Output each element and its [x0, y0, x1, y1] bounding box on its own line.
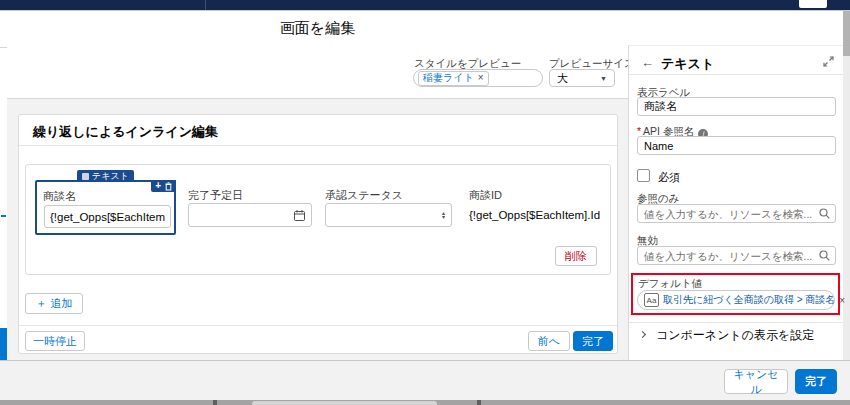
expand-icon[interactable]: [823, 56, 834, 67]
add-row-button[interactable]: ＋ 追加: [25, 293, 83, 314]
component-toolbar: +: [151, 180, 176, 192]
default-value-pill[interactable]: Aa 取引先に紐づく全商談の取得 > 商談名 ×: [637, 290, 835, 310]
opportunity-id-value: {!get_Opps[$EachItem].Id: [469, 209, 600, 221]
search-icon: [819, 208, 830, 219]
cancel-button[interactable]: キャンセル: [724, 369, 788, 394]
calendar-icon[interactable]: [294, 210, 305, 221]
default-value-highlight: デフォルト値 Aa 取引先に紐づく全商談の取得 > 商談名 ×: [631, 273, 840, 315]
previous-button[interactable]: 前へ: [528, 331, 570, 351]
picklist-stepper-icon[interactable]: ▴▾: [442, 211, 445, 219]
delete-row-button[interactable]: 削除: [555, 246, 597, 266]
default-value-resource-link[interactable]: 取引先に紐づく全商談の取得 > 商談名: [663, 293, 835, 307]
display-label-input[interactable]: [637, 97, 836, 116]
app-top-bar: [0, 0, 850, 11]
screen-editor-modal: 画面を編集 スタイルをプレビュー 稲妻ライト × プレビューサイズ 大 ▼ 繰り…: [0, 0, 850, 405]
field-label: 承認ステータス: [325, 188, 403, 203]
edit-screen-modal: 画面を編集 スタイルをプレビュー 稲妻ライト × プレビューサイズ 大 ▼ 繰り…: [7, 11, 843, 360]
search-icon: [819, 250, 830, 261]
style-chip-remove-icon[interactable]: ×: [478, 73, 484, 83]
chevron-right-icon[interactable]: [639, 331, 646, 338]
divider: [629, 322, 843, 323]
approval-status-select[interactable]: ▴▾: [325, 203, 452, 227]
divider: [19, 145, 617, 146]
section-heading: 繰り返しによるインライン編集: [33, 123, 218, 141]
default-value-label: デフォルト値: [638, 277, 702, 291]
screen-preview-canvas: 繰り返しによるインライン編集 テキスト +: [7, 98, 628, 360]
pause-button[interactable]: 一時停止: [25, 331, 85, 351]
divider: [19, 325, 617, 326]
chevron-down-icon: ▼: [600, 75, 607, 82]
divider: [629, 74, 843, 75]
preview-size-select[interactable]: 大 ▼: [549, 69, 615, 87]
modal-title: 画面を編集: [7, 19, 628, 38]
background-page-left-edge: [0, 11, 7, 360]
screen-component-card[interactable]: 繰り返しによるインライン編集 テキスト +: [18, 114, 618, 354]
disabled-resource-picker: [637, 246, 836, 265]
screen-finish-button[interactable]: 完了: [573, 331, 613, 351]
selected-text-component[interactable]: テキスト + 商談名: [35, 180, 176, 235]
background-link-fragment: [1, 215, 6, 217]
opportunity-name-input[interactable]: [44, 205, 171, 228]
background-connector-right: [477, 400, 481, 405]
repeater-row[interactable]: テキスト + 商談名: [25, 164, 611, 275]
background-divider: [0, 47, 7, 48]
readonly-resource-input[interactable]: [637, 204, 836, 223]
background-page-right-edge: [843, 11, 850, 400]
move-icon[interactable]: +: [155, 181, 161, 191]
remove-default-value-icon[interactable]: ×: [839, 295, 845, 306]
background-button-fragment: [0, 328, 7, 361]
background-connector-left: [213, 400, 217, 405]
trash-icon[interactable]: [165, 182, 172, 191]
required-checkbox[interactable]: [637, 169, 650, 182]
background-node-fragment: [252, 401, 437, 405]
back-arrow-icon[interactable]: ←: [641, 56, 654, 69]
field-label: 商談名: [43, 189, 76, 204]
background-flow-canvas: [0, 400, 850, 405]
field-label: 商談ID: [469, 188, 502, 203]
component-type-label: テキスト: [92, 170, 129, 183]
top-bar-divider: [205, 0, 206, 10]
plus-icon: ＋: [36, 296, 47, 311]
close-date-input[interactable]: [188, 203, 312, 227]
component-type-tag: テキスト: [77, 170, 134, 182]
top-bar-button-fragment: [799, 0, 827, 8]
style-chip-label: 稲妻ライト: [423, 71, 474, 85]
text-component-icon: [82, 173, 89, 180]
preview-style-combobox[interactable]: 稲妻ライト ×: [413, 69, 543, 87]
panel-title: テキスト: [661, 55, 714, 73]
disabled-resource-input[interactable]: [637, 246, 836, 265]
style-chip[interactable]: 稲妻ライト ×: [418, 71, 489, 86]
background-scrollbar[interactable]: [843, 11, 850, 56]
required-checkbox-label: 必須: [658, 170, 680, 185]
component-properties-panel: ← テキスト 表示ラベル *API 参照名i 必須 参照のみ: [628, 45, 843, 360]
field-label: 完了予定日: [188, 188, 243, 203]
preview-size-value: 大: [557, 71, 568, 86]
text-type-icon: Aa: [644, 293, 659, 307]
component-visibility-section[interactable]: コンポーネントの表示を設定: [656, 327, 814, 344]
readonly-resource-picker: [637, 204, 836, 223]
modal-footer: キャンセル 完了: [0, 360, 850, 400]
api-name-input[interactable]: [637, 136, 836, 155]
done-button[interactable]: 完了: [795, 369, 837, 394]
